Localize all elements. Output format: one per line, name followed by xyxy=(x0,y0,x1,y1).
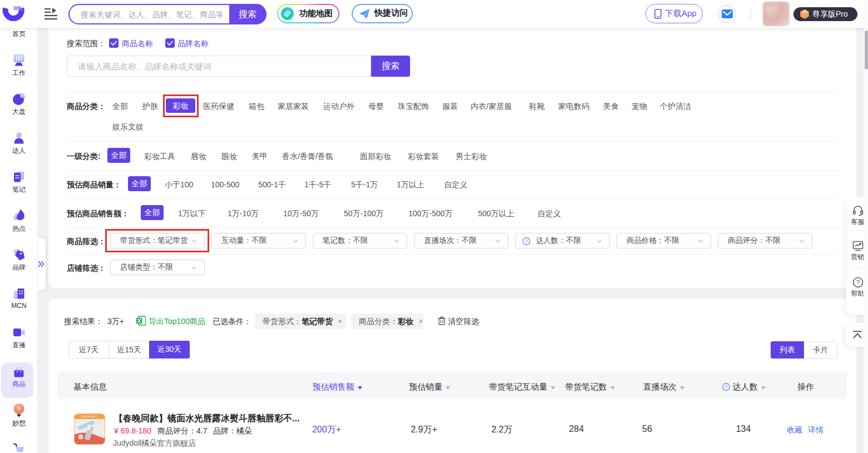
svg-text:?: ? xyxy=(525,238,527,244)
svg-text:JUDYDOLL: JUDYDOLL xyxy=(81,415,98,418)
svg-text:?: ? xyxy=(725,384,728,390)
svg-text:?: ? xyxy=(856,279,860,286)
